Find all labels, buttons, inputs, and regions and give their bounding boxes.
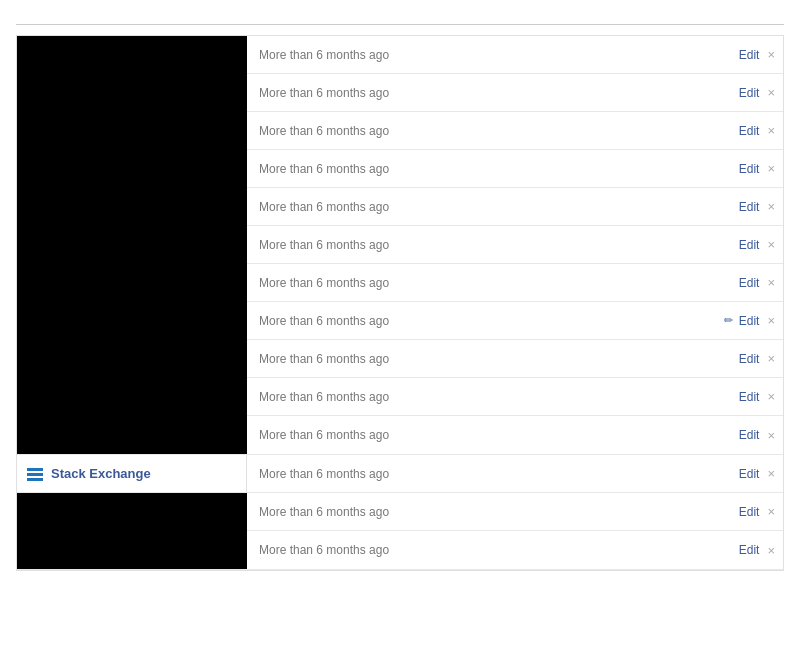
stack-exchange-icon bbox=[25, 464, 45, 484]
edit-link[interactable]: Edit bbox=[739, 314, 760, 328]
app-group-group1: More than 6 months agoEdit×More than 6 m… bbox=[17, 36, 783, 455]
app-actions: Edit× bbox=[735, 230, 783, 260]
table-row: More than 6 months agoEdit× bbox=[247, 264, 783, 302]
app-time-text: More than 6 months ago bbox=[247, 344, 735, 374]
remove-app-button[interactable]: × bbox=[767, 429, 775, 442]
table-row: More than 6 months agoEdit× bbox=[247, 531, 783, 569]
app-time-text: More than 6 months ago bbox=[247, 497, 735, 527]
app-actions: Edit× bbox=[735, 459, 783, 489]
remove-app-button[interactable]: × bbox=[767, 86, 775, 99]
app-actions: Edit× bbox=[735, 116, 783, 146]
svg-rect-1 bbox=[27, 473, 43, 476]
svg-rect-0 bbox=[27, 468, 43, 471]
app-actions: Edit× bbox=[735, 497, 783, 527]
remove-app-button[interactable]: × bbox=[767, 314, 775, 327]
table-row: More than 6 months agoEdit× bbox=[247, 112, 783, 150]
app-time-text: More than 6 months ago bbox=[247, 268, 735, 298]
app-time-text: More than 6 months ago bbox=[247, 535, 735, 565]
app-icon-cell: Stack Exchange bbox=[17, 455, 247, 492]
table-row: More than 6 months agoEdit× bbox=[247, 493, 783, 531]
remove-app-button[interactable]: × bbox=[767, 352, 775, 365]
app-actions: Edit× bbox=[735, 78, 783, 108]
app-rows-column: More than 6 months agoEdit×More than 6 m… bbox=[247, 36, 783, 454]
table-row: More than 6 months agoEdit× bbox=[247, 188, 783, 226]
remove-app-button[interactable]: × bbox=[767, 467, 775, 480]
app-rows-column: More than 6 months agoEdit×More than 6 m… bbox=[247, 493, 783, 569]
app-time-text: More than 6 months ago bbox=[247, 78, 735, 108]
edit-link[interactable]: Edit bbox=[739, 276, 760, 290]
app-actions: Edit× bbox=[735, 192, 783, 222]
remove-app-button[interactable]: × bbox=[767, 276, 775, 289]
table-row: More than 6 months agoEdit× bbox=[247, 340, 783, 378]
app-time-text: More than 6 months ago bbox=[247, 420, 735, 450]
edit-link[interactable]: Edit bbox=[739, 352, 760, 366]
app-time-text: More than 6 months ago bbox=[247, 116, 735, 146]
app-icon-black bbox=[17, 36, 247, 454]
app-group-group2: More than 6 months agoEdit×More than 6 m… bbox=[17, 493, 783, 570]
edit-link[interactable]: Edit bbox=[739, 428, 760, 442]
remove-app-button[interactable]: × bbox=[767, 124, 775, 137]
app-time-text: More than 6 months ago bbox=[247, 192, 735, 222]
table-row: More than 6 months agoEdit× bbox=[247, 74, 783, 112]
app-time-text: More than 6 months ago bbox=[247, 306, 720, 336]
app-time-text: More than 6 months ago bbox=[247, 230, 735, 260]
table-row: More than 6 months agoEdit× bbox=[247, 416, 783, 454]
edit-link[interactable]: Edit bbox=[739, 86, 760, 100]
remove-app-button[interactable]: × bbox=[767, 544, 775, 557]
app-time-text: More than 6 months ago bbox=[247, 40, 735, 70]
app-time-text: More than 6 months ago bbox=[247, 459, 735, 489]
app-time-text: More than 6 months ago bbox=[247, 382, 735, 412]
apps-list: More than 6 months agoEdit×More than 6 m… bbox=[16, 35, 784, 571]
app-icon-black bbox=[17, 493, 247, 569]
svg-rect-2 bbox=[27, 478, 43, 481]
edit-link[interactable]: Edit bbox=[739, 467, 760, 481]
app-time-text: More than 6 months ago bbox=[247, 154, 735, 184]
remove-app-button[interactable]: × bbox=[767, 238, 775, 251]
table-row: More than 6 months agoEdit× bbox=[247, 150, 783, 188]
app-actions: ✏Edit× bbox=[720, 306, 783, 336]
edit-link[interactable]: Edit bbox=[739, 124, 760, 138]
edit-link[interactable]: Edit bbox=[739, 238, 760, 252]
app-actions: Edit× bbox=[735, 268, 783, 298]
table-row: More than 6 months agoEdit× bbox=[247, 378, 783, 416]
table-row: More than 6 months agoEdit× bbox=[247, 226, 783, 264]
edit-link[interactable]: Edit bbox=[739, 200, 760, 214]
edit-link[interactable]: Edit bbox=[739, 48, 760, 62]
remove-app-button[interactable]: × bbox=[767, 505, 775, 518]
edit-link[interactable]: Edit bbox=[739, 543, 760, 557]
table-row: Stack ExchangeMore than 6 months agoEdit… bbox=[17, 455, 783, 493]
app-actions: Edit× bbox=[735, 344, 783, 374]
app-actions: Edit× bbox=[735, 535, 783, 565]
edit-link[interactable]: Edit bbox=[739, 390, 760, 404]
table-row: More than 6 months ago✏Edit× bbox=[247, 302, 783, 340]
remove-app-button[interactable]: × bbox=[767, 48, 775, 61]
page-container: More than 6 months agoEdit×More than 6 m… bbox=[0, 0, 800, 585]
edit-link[interactable]: Edit bbox=[739, 162, 760, 176]
remove-app-button[interactable]: × bbox=[767, 162, 775, 175]
app-actions: Edit× bbox=[735, 420, 783, 450]
app-actions: Edit× bbox=[735, 40, 783, 70]
edit-link[interactable]: Edit bbox=[739, 505, 760, 519]
app-actions: Edit× bbox=[735, 154, 783, 184]
app-actions: Edit× bbox=[735, 382, 783, 412]
app-name-label: Stack Exchange bbox=[51, 466, 151, 481]
table-row: More than 6 months agoEdit× bbox=[247, 36, 783, 74]
pencil-icon: ✏ bbox=[724, 314, 733, 327]
remove-app-button[interactable]: × bbox=[767, 200, 775, 213]
top-divider bbox=[16, 24, 784, 25]
remove-app-button[interactable]: × bbox=[767, 390, 775, 403]
